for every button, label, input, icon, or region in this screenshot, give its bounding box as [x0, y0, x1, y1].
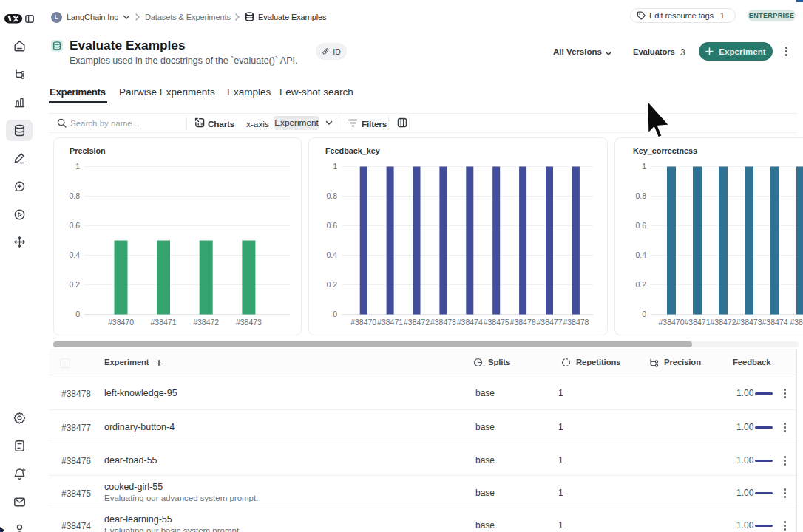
svg-text:#38472: #38472	[193, 318, 219, 327]
svg-text:#38472: #38472	[404, 318, 430, 327]
svg-text:0.2: 0.2	[69, 280, 80, 289]
svg-text:#38470: #38470	[108, 318, 134, 327]
svg-text:#38473: #38473	[736, 318, 762, 327]
svg-text:0.8: 0.8	[635, 191, 646, 200]
svg-text:#38473: #38473	[236, 318, 262, 327]
svg-text:#38478: #38478	[563, 318, 589, 327]
svg-text:1: 1	[642, 162, 646, 171]
svg-text:0: 0	[642, 310, 646, 318]
svg-text:0.2: 0.2	[635, 280, 646, 289]
svg-text:Feedback_key: Feedback_key	[325, 146, 380, 155]
svg-text:0.4: 0.4	[635, 250, 646, 259]
svg-text:#38472: #38472	[710, 318, 736, 327]
svg-text:0.6: 0.6	[326, 221, 337, 230]
svg-text:0: 0	[75, 310, 80, 318]
svg-text:#38474: #38474	[762, 318, 787, 327]
svg-text:Key_correctness: Key_correctness	[633, 146, 697, 155]
svg-text:1: 1	[75, 162, 80, 171]
svg-text:0.6: 0.6	[69, 221, 80, 230]
svg-text:1: 1	[333, 162, 337, 171]
svg-text:#3847: #3847	[790, 318, 803, 327]
svg-text:0.6: 0.6	[635, 221, 646, 230]
svg-text:0.4: 0.4	[69, 250, 80, 259]
svg-text:#38474: #38474	[457, 318, 483, 327]
svg-text:#38477: #38477	[536, 318, 562, 327]
svg-text:#38470: #38470	[350, 318, 376, 327]
svg-text:0.8: 0.8	[326, 191, 337, 200]
svg-text:Precision: Precision	[70, 146, 106, 155]
svg-text:#38470: #38470	[658, 318, 684, 327]
svg-text:#38471: #38471	[377, 318, 403, 327]
svg-text:0.8: 0.8	[69, 191, 80, 200]
svg-text:0: 0	[333, 310, 337, 318]
svg-text:#38471: #38471	[150, 318, 176, 327]
svg-text:0.2: 0.2	[326, 280, 337, 289]
svg-text:#38473: #38473	[430, 318, 456, 327]
svg-text:0.4: 0.4	[326, 250, 337, 259]
svg-text:#38475: #38475	[484, 318, 509, 327]
svg-text:#38471: #38471	[684, 318, 710, 327]
svg-text:#38476: #38476	[510, 318, 536, 327]
